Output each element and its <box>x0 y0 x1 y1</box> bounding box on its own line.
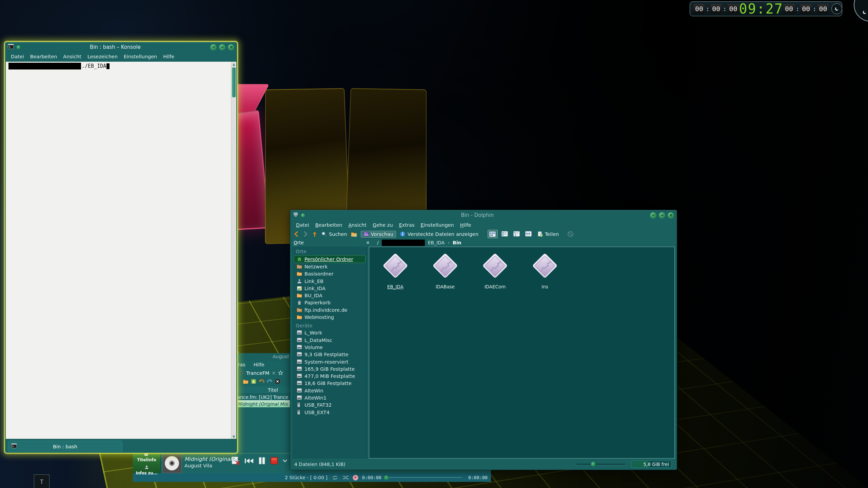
title-column-header[interactable]: Titel <box>237 386 290 394</box>
playlist-window-title[interactable]: August <box>237 353 290 361</box>
maximize-button[interactable] <box>219 44 225 50</box>
infos-button[interactable]: Infos zu... <box>136 471 157 475</box>
place-item[interactable]: USB_EXT4 <box>292 409 367 416</box>
pause-button[interactable] <box>258 457 266 465</box>
place-item[interactable]: Persönlicher Ordner <box>294 255 366 263</box>
menu-item[interactable]: Bearbeiten <box>27 54 60 59</box>
save-button[interactable] <box>251 379 256 385</box>
breadcrumb[interactable]: / EB_IDA › Bin <box>373 240 677 246</box>
back-button[interactable] <box>294 231 299 237</box>
seek-slider[interactable] <box>384 475 462 480</box>
repeat-toggle[interactable] <box>332 475 338 480</box>
places-panel-header[interactable]: Orte <box>290 240 373 245</box>
folder-view[interactable]: EB_IDA IDABase IDAECom Ins <box>369 247 675 459</box>
menu-item[interactable]: Extras <box>396 222 418 228</box>
menu-item[interactable]: Gehe zu <box>370 222 396 228</box>
playlist-remove-button[interactable] <box>231 456 240 465</box>
file-item[interactable]: EB_IDA <box>375 251 415 289</box>
minimize-button[interactable] <box>650 212 656 219</box>
shuffle-toggle[interactable] <box>342 475 349 480</box>
seek-knob[interactable] <box>384 475 389 480</box>
place-item[interactable]: BU_IDA <box>292 292 367 299</box>
place-item[interactable]: System-reserviert <box>292 358 367 365</box>
place-item[interactable]: ftp.individcore.de <box>292 306 367 313</box>
file-item[interactable]: Ins <box>525 251 565 289</box>
place-item[interactable]: 9,3 GiB Festplatte <box>292 351 367 358</box>
scrollbar-thumb[interactable] <box>232 67 236 97</box>
menu-item[interactable]: Datei <box>8 54 27 59</box>
file-item[interactable]: IDABase <box>425 251 465 289</box>
forward-button[interactable] <box>303 231 308 237</box>
close-panel-icon[interactable] <box>366 240 370 245</box>
minimize-button[interactable] <box>210 44 217 50</box>
menu-item[interactable]: Datei <box>293 222 312 228</box>
place-item[interactable]: Volume <box>292 344 367 351</box>
terminal-scrollbar[interactable]: ▲ ▼ <box>231 62 236 439</box>
hidden-files-toggle[interactable]: Versteckte Dateien anzeigen <box>400 231 478 237</box>
place-item[interactable]: 165,9 GiB Festplatte <box>292 365 367 372</box>
stop-button[interactable] <box>270 457 278 465</box>
close-button[interactable] <box>228 44 234 50</box>
menu-item[interactable]: Lesezeichen <box>84 54 121 59</box>
menu-item[interactable]: Hilfe <box>160 54 177 59</box>
place-item[interactable]: AlteWin1 <box>292 394 367 401</box>
breadcrumb-root[interactable]: / <box>377 240 379 245</box>
favorite-star-icon[interactable] <box>278 370 283 376</box>
file-item[interactable]: IDAECom <box>475 251 515 289</box>
playlist-row[interactable]: ance.fm: [UK2] Trance ( <box>237 394 290 400</box>
maximize-button[interactable] <box>659 212 665 219</box>
new-folder-button[interactable] <box>351 231 357 237</box>
desktop-mini-icon[interactable]: T <box>34 474 50 488</box>
search-button[interactable]: Suchen <box>321 231 347 237</box>
konsole-titlebar[interactable]: Bin : bash – Konsole <box>5 42 237 52</box>
menu-item[interactable]: Einstellungen <box>121 54 160 59</box>
share-button[interactable]: Teilen <box>537 231 559 237</box>
preview-toggle-button[interactable]: Vorschau <box>361 231 396 238</box>
place-item[interactable]: WebHosting <box>292 313 367 321</box>
playlist-tab[interactable]: TranceFM ✕ <box>237 369 290 378</box>
open-folder-button[interactable] <box>243 379 249 385</box>
menu-item[interactable]: Ansicht <box>60 54 84 59</box>
dolphin-titlebar[interactable]: Bin - Dolphin <box>290 210 677 220</box>
details-view-button[interactable] <box>512 230 521 238</box>
place-item[interactable]: 18,6 GiB Festplatte <box>292 380 367 387</box>
place-item[interactable]: Netzwerk <box>292 263 367 270</box>
menu-item[interactable]: Ansicht <box>345 222 370 228</box>
place-item[interactable]: L_DataMisc <box>292 337 367 344</box>
konsole-tab[interactable]: Bin : bash <box>8 441 122 452</box>
titleinfo-button[interactable]: Titelinfo <box>137 458 156 462</box>
menu-item[interactable]: Hilfe <box>254 362 264 367</box>
menu-item[interactable]: Einstellungen <box>417 222 457 228</box>
previous-button[interactable] <box>244 458 254 464</box>
place-item[interactable]: Link_EB <box>292 278 367 285</box>
menu-item[interactable]: Bearbeiten <box>312 222 346 228</box>
scroll-up-icon[interactable]: ▲ <box>231 62 236 67</box>
close-button[interactable] <box>668 212 674 219</box>
playlist-row[interactable]: Midnight (Original Mix <box>237 400 290 407</box>
columns-view-button[interactable] <box>524 230 533 238</box>
crescent-icon[interactable] <box>831 3 842 14</box>
menu-item[interactable]: ras <box>238 362 245 367</box>
up-button[interactable] <box>312 231 317 237</box>
undo-button[interactable] <box>259 379 264 385</box>
place-item[interactable]: Basisordner <box>292 270 367 278</box>
seek-track[interactable] <box>389 477 462 478</box>
place-item[interactable]: Link_IDA <box>292 285 367 292</box>
place-item[interactable]: Papierkorb <box>292 299 367 306</box>
breadcrumb-parent[interactable]: EB_IDA <box>428 240 445 245</box>
icons-view-button[interactable] <box>488 230 498 238</box>
scroll-down-icon[interactable]: ▼ <box>231 434 236 439</box>
tab-close-icon[interactable]: ✕ <box>272 370 276 376</box>
place-item[interactable]: AlteWin <box>292 387 367 394</box>
place-item[interactable]: 477,0 MiB Festplatte <box>292 372 367 380</box>
menu-item[interactable]: Hilfe <box>457 222 474 228</box>
place-item[interactable]: L_Work <box>292 329 367 337</box>
redo-button[interactable] <box>267 379 273 385</box>
slider-knob[interactable] <box>591 462 595 466</box>
compact-view-button[interactable] <box>500 230 510 238</box>
breadcrumb-current[interactable]: Bin <box>453 240 461 245</box>
place-item[interactable]: USB_FAT32 <box>292 402 367 409</box>
delete-button[interactable] <box>275 379 280 385</box>
icon-zoom-slider[interactable] <box>576 464 625 465</box>
terminal-area[interactable]: ./EB_IDA ▲ ▼ <box>6 62 236 439</box>
